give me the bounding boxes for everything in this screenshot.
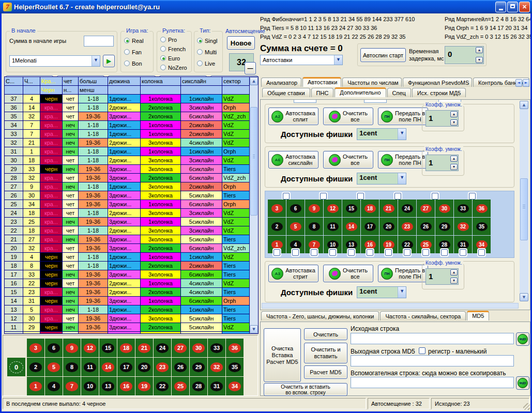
chips-combo[interactable]: 1cent ▼	[357, 286, 406, 298]
scrollbar-thumb[interactable]	[250, 107, 257, 216]
column-header[interactable]: С...	[5, 77, 23, 86]
new-offset-button[interactable]: Новое	[227, 36, 255, 50]
roulette-number-7[interactable]: 7	[63, 377, 81, 395]
table-row[interactable]: 1030кра...чет19-363дюжи...3колонка5сикла…	[5, 332, 250, 334]
transfer-pn-button[interactable]: ПН Передать вполе ПН	[378, 151, 428, 169]
roulette-number-9[interactable]: 9	[305, 200, 323, 217]
autobet-sixline-button[interactable]: A6 Автоставкасикслайн	[268, 151, 318, 169]
roulette-number-4[interactable]: 4	[45, 377, 63, 395]
column-header[interactable]: чет	[63, 77, 79, 86]
md5-calc-button[interactable]: Расчет MD5	[304, 365, 347, 379]
spin-up-button[interactable]: ▲	[450, 156, 458, 162]
radio-Real[interactable]: Real	[124, 37, 144, 44]
profile-combo[interactable]: 1Melonati ▼	[9, 55, 100, 67]
radio-Live[interactable]: Live	[197, 59, 217, 67]
roulette-number-20[interactable]: 20	[135, 358, 153, 376]
tab-main-0[interactable]: Анализатор	[261, 78, 301, 87]
table-row[interactable]: 2630кра...чет19-363дюжи...3колонка5сикла…	[5, 191, 250, 200]
out-string-input[interactable]	[351, 355, 514, 366]
roulette-number-17[interactable]: 17	[117, 358, 135, 376]
roulette-number-1[interactable]: 1	[27, 377, 44, 395]
roulette-number-32[interactable]: 32	[454, 218, 472, 235]
column-header[interactable]: сектор	[222, 77, 250, 86]
roulette-number-2[interactable]: 2	[27, 358, 44, 376]
table-row[interactable]: 3532кра...чет19-363дюжи...2колонка6сикла…	[5, 112, 250, 121]
table-row[interactable]: 1230кра...чет19-363дюжи...3колонка5сикла…	[5, 314, 250, 323]
chips-combo[interactable]: 1cent ▼	[357, 128, 406, 140]
street-checkbox[interactable]	[329, 249, 336, 256]
tab-sub-3[interactable]: Спец	[387, 88, 411, 97]
roulette-number-14[interactable]: 14	[342, 218, 360, 235]
chevron-down-icon[interactable]: ▼	[334, 55, 342, 65]
table-row[interactable]: 188чернчет1-181дюжи...2колонка2сиклайнTi…	[5, 262, 250, 270]
column-header[interactable]: менш	[79, 86, 108, 95]
md5-clear-insert-aux-button[interactable]: Очистить и вставитьво вспом. строку	[264, 383, 347, 396]
table-row[interactable]: 2218кра...чет1-182дюжи...3колонка3сиклай…	[5, 226, 250, 235]
column-header[interactable]: Черн	[40, 86, 63, 95]
roulette-number-30[interactable]: 30	[190, 339, 207, 357]
street-checkbox[interactable]	[292, 249, 299, 256]
panel-scrollbar[interactable]: ▲ ▼	[520, 101, 528, 301]
roulette-number-3[interactable]: 3	[268, 200, 286, 217]
roulette-number-24[interactable]: 24	[398, 200, 416, 217]
column-header[interactable]: сикслайн	[181, 77, 222, 86]
roulette-number-8[interactable]: 8	[63, 358, 81, 376]
table-row[interactable]: 2418кра...чет1-182дюжи...3колонка3сиклай…	[5, 209, 250, 218]
md5-calc-icon-button[interactable]: МД5	[516, 332, 529, 346]
roulette-number-12[interactable]: 12	[81, 339, 99, 357]
roulette-number-10[interactable]: 10	[81, 377, 99, 395]
tab-scroll-right-icon[interactable]: ►	[523, 79, 529, 87]
tab-bottom-0[interactable]: Частота - Zero, шансы, дюжины, колонки	[261, 311, 379, 320]
md5-clear-button[interactable]: Очистить	[304, 328, 347, 340]
table-scrollbar[interactable]: ▲ ▼	[250, 77, 258, 333]
roulette-number-9[interactable]: 9	[63, 339, 81, 357]
koef-spinner[interactable]: 1 ▲▼	[425, 268, 459, 285]
street-checkbox[interactable]	[478, 249, 485, 256]
street-checkbox[interactable]	[460, 249, 466, 256]
roulette-number-6[interactable]: 6	[45, 339, 63, 357]
tab-main-3[interactable]: Функционал PsevdoMS	[403, 78, 472, 87]
table-row[interactable]: 135кра...неч1-181дюжи...2колонка1сиклайн…	[5, 305, 250, 314]
column-header[interactable]	[5, 86, 23, 95]
maximize-button[interactable]	[507, 2, 518, 12]
sixline-checkbox[interactable]	[283, 193, 290, 200]
horizontal-scrollbar[interactable]	[262, 303, 519, 309]
roulette-number-26[interactable]: 26	[172, 358, 189, 376]
spin-down-button[interactable]: ▼	[450, 278, 458, 284]
column-header[interactable]: н...	[63, 86, 79, 95]
roulette-number-5[interactable]: 5	[286, 218, 305, 235]
roulette-number-17[interactable]: 17	[361, 218, 379, 235]
scroll-down-icon[interactable]: ▼	[250, 325, 258, 333]
radio-Bon[interactable]: Bon	[124, 59, 144, 67]
table-row[interactable]: 279кра...неч1-181дюжи...3колонка2сиклайн…	[5, 182, 250, 191]
table-row[interactable]: 3221кра...неч19-362дюжи...3колонка4сикла…	[5, 139, 250, 147]
column-header[interactable]	[108, 86, 141, 95]
street-checkbox[interactable]	[311, 249, 317, 256]
roulette-number-2[interactable]: 2	[268, 218, 286, 235]
source-string-input[interactable]	[351, 333, 514, 344]
spin-up-button[interactable]: ▲	[450, 269, 458, 276]
roulette-number-27[interactable]: 27	[417, 200, 435, 217]
roulette-number-19[interactable]: 19	[135, 377, 153, 395]
roulette-number-23[interactable]: 23	[398, 218, 416, 235]
column-header[interactable]	[222, 86, 250, 95]
roulette-number-3[interactable]: 3	[27, 339, 44, 357]
column-header[interactable]	[23, 86, 40, 95]
sixline-checkbox[interactable]	[357, 193, 364, 200]
scroll-down-icon[interactable]: ▼	[520, 293, 528, 301]
md5-clear-insert-button[interactable]: Очистить ивставить	[304, 343, 347, 363]
roulette-number-24[interactable]: 24	[154, 339, 171, 357]
tab-sub-1[interactable]: ПНС	[311, 88, 334, 97]
roulette-number-32[interactable]: 32	[208, 358, 225, 376]
table-row[interactable]: 2032кра...чет19-363дюжи...2колонка6сикла…	[5, 244, 250, 253]
clear-all-button[interactable]: Очиститьвсе	[323, 151, 373, 169]
table-row[interactable]: 2325кра...неч19-363дюжи...1колонка5сикла…	[5, 218, 250, 226]
tab-sub-4[interactable]: Исх. строки МД5	[412, 88, 466, 97]
sixline-checkbox[interactable]	[394, 193, 401, 200]
roulette-number-6[interactable]: 6	[286, 200, 305, 217]
collapse-button[interactable]: —	[245, 62, 256, 74]
roulette-number-34[interactable]: 34	[226, 377, 244, 395]
roulette-number-8[interactable]: 8	[305, 218, 323, 235]
roulette-number-33[interactable]: 33	[208, 339, 225, 357]
roulette-number-35[interactable]: 35	[226, 358, 244, 376]
